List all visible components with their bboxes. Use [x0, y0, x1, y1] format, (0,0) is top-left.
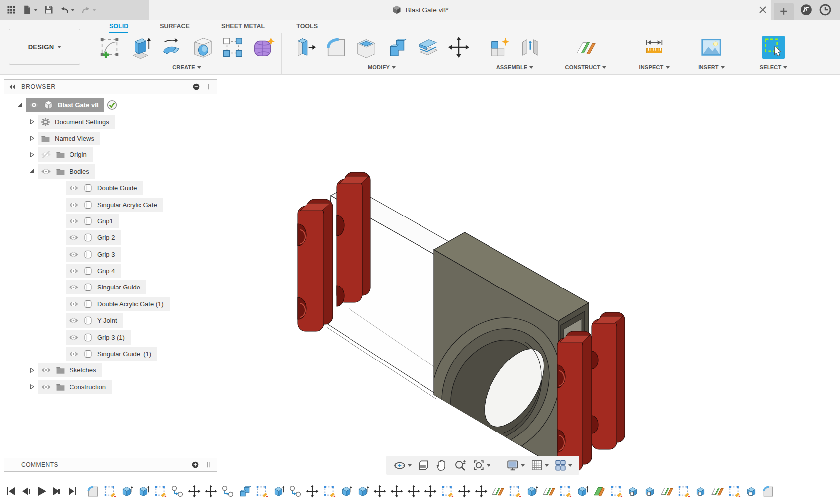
visibility-eye-icon[interactable] [69, 216, 79, 226]
browser-row-origin[interactable]: Origin [4, 146, 217, 163]
visibility-eye-icon[interactable] [69, 315, 79, 326]
timeline-feature-combine[interactable] [238, 485, 251, 498]
timeline-feature-extrude[interactable] [137, 485, 150, 498]
browser-row-grip-4[interactable]: Grip 4 [4, 263, 217, 279]
timeline-feature-align[interactable] [221, 485, 234, 498]
visibility-eye-icon[interactable] [41, 382, 51, 392]
browser-row-singular-guide-1[interactable]: Singular Guide (1) [4, 346, 217, 362]
timeline-feature-align[interactable] [289, 485, 302, 498]
browser-row-double-guide[interactable]: Double Guide [4, 180, 217, 196]
timeline-feature-plane[interactable] [491, 485, 504, 498]
go-to-end-button[interactable] [67, 485, 78, 497]
fillet-button[interactable] [324, 36, 347, 59]
timeline-feature-sketch[interactable] [441, 485, 454, 498]
timeline-feature-sketch[interactable] [728, 485, 741, 498]
browser-row-sketches[interactable]: Sketches [4, 362, 217, 378]
nav-zoom-button[interactable] [453, 458, 468, 473]
step-forward-button[interactable] [51, 485, 63, 497]
browser-row-y-joint[interactable]: Y Joint [4, 312, 217, 329]
chevron-down-icon[interactable] [568, 464, 572, 467]
new-document-tab-button[interactable] [774, 3, 794, 20]
twisty-collapsed-icon[interactable] [28, 383, 35, 390]
nav-look-at-button[interactable] [416, 458, 431, 473]
timeline-feature-extrude[interactable] [525, 485, 538, 498]
tab-surface[interactable]: SURFACE [144, 21, 206, 34]
measure-button[interactable] [643, 36, 666, 59]
nav-viewports-button[interactable] [553, 458, 573, 473]
browser-row-document-settings[interactable]: Document Settings [4, 113, 217, 130]
group-assemble-menu[interactable]: ASSEMBLE [496, 64, 534, 70]
visibility-eye-icon[interactable] [41, 365, 51, 375]
twisty-collapsed-icon[interactable] [28, 118, 35, 125]
panel-grip-icon[interactable] [205, 83, 213, 91]
timeline-feature-extrude[interactable] [120, 485, 133, 498]
visibility-eye-icon[interactable] [69, 266, 79, 276]
timeline-feature-extrude[interactable] [576, 485, 589, 498]
visibility-eye-icon[interactable] [69, 332, 79, 343]
combine-button[interactable] [386, 36, 409, 59]
nav-pan-button[interactable] [434, 458, 449, 473]
timeline-feature-fillet[interactable] [86, 485, 99, 498]
play-button[interactable] [36, 485, 48, 497]
timeline-feature-mirror[interactable] [643, 485, 656, 498]
timeline-feature-fillet[interactable] [762, 485, 774, 498]
timeline-feature-sketch[interactable] [103, 485, 116, 498]
timeline-feature-move[interactable] [373, 485, 386, 498]
insert-image-button[interactable] [700, 36, 723, 59]
timeline-feature-move[interactable] [407, 485, 420, 498]
form-button[interactable] [252, 36, 275, 59]
construct-plane-button[interactable] [574, 36, 597, 59]
nav-orbit-button[interactable] [392, 458, 413, 473]
tab-sheet-metal[interactable]: SHEET METAL [206, 21, 280, 34]
add-comment-icon[interactable] [191, 461, 199, 469]
browser-row-named-views[interactable]: Named Views [4, 130, 217, 146]
visibility-eye-icon[interactable] [41, 166, 51, 177]
press-pull-button[interactable] [293, 36, 316, 59]
browser-row-grip-2[interactable]: Grip 2 [4, 229, 217, 246]
nav-grid-display-button[interactable] [529, 458, 550, 473]
clock-icon[interactable] [819, 3, 832, 16]
browser-row-singular-guide[interactable]: Singular Guide [4, 279, 217, 295]
collapse-panel-icon[interactable] [8, 83, 16, 91]
timeline-feature-move[interactable] [306, 485, 319, 498]
browser-row-grip-3[interactable]: Grip 3 [4, 246, 217, 263]
browser-row-blast-gate-v8[interactable]: Blast Gate v8 [4, 97, 217, 113]
group-modify-menu[interactable]: MODIFY [368, 64, 396, 70]
shell-button[interactable] [355, 36, 378, 59]
visibility-eye-icon[interactable] [69, 249, 79, 260]
visibility-eye-icon[interactable] [29, 100, 39, 110]
select-button[interactable] [762, 36, 785, 59]
comments-panel[interactable]: COMMENTS [4, 458, 217, 472]
timeline-feature-mirror[interactable] [627, 485, 639, 498]
visibility-eye-off-icon[interactable] [41, 149, 51, 160]
revolve-button[interactable] [160, 36, 183, 59]
group-insert-menu[interactable]: INSERT [698, 64, 725, 70]
visibility-eye-icon[interactable] [69, 282, 79, 292]
browser-row-bodies[interactable]: Bodies [4, 163, 217, 180]
hole-button[interactable] [191, 36, 213, 59]
create-sketch-button[interactable] [98, 36, 121, 59]
timeline-feature-move[interactable] [205, 485, 217, 498]
timeline-feature-plane[interactable] [660, 485, 673, 498]
visibility-eye-icon[interactable] [69, 232, 79, 243]
panel-grip-icon[interactable] [204, 461, 212, 469]
timeline-feature-plane[interactable] [711, 485, 724, 498]
go-to-start-button[interactable] [5, 485, 17, 497]
twisty-collapsed-icon[interactable] [28, 135, 35, 142]
timeline-feature-mirror[interactable] [745, 485, 758, 498]
browser-row-construction[interactable]: Construction [4, 379, 217, 395]
timeline-feature-sketch[interactable] [154, 485, 167, 498]
timeline-feature-move[interactable] [475, 485, 488, 498]
timeline-feature-extrude[interactable] [356, 485, 369, 498]
timeline-feature-extrude[interactable] [272, 485, 285, 498]
move-button[interactable] [447, 36, 470, 59]
twisty-collapsed-icon[interactable] [28, 367, 35, 374]
browser-row-double-acrylic-gate-1[interactable]: Double Acrylic Gate (1) [4, 296, 217, 312]
chevron-down-icon[interactable] [545, 464, 549, 467]
timeline-feature-move[interactable] [424, 485, 437, 498]
new-component-button[interactable] [488, 36, 511, 59]
twisty-collapsed-icon[interactable] [28, 151, 35, 158]
timeline-feature-sketch[interactable] [559, 485, 572, 498]
chevron-down-icon[interactable] [408, 464, 412, 467]
timeline-feature-sketch[interactable] [610, 485, 623, 498]
